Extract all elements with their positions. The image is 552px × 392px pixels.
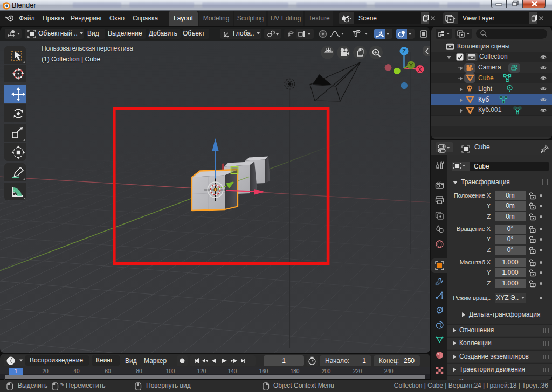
svg-text:X: X bbox=[418, 66, 422, 73]
svg-text:Y: Y bbox=[409, 62, 413, 68]
svg-text:Z: Z bbox=[402, 48, 406, 54]
